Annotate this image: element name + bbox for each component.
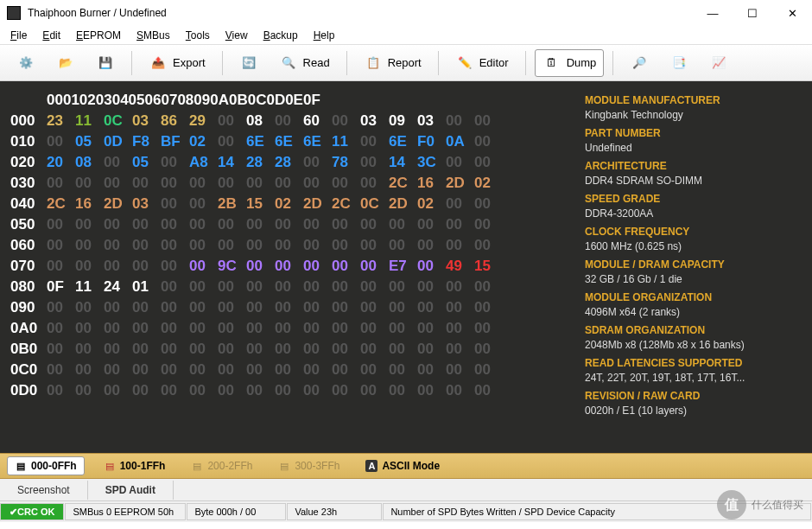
hex-byte[interactable]: 00 xyxy=(446,194,474,214)
hex-byte[interactable]: 00 xyxy=(75,360,104,380)
hex-byte[interactable]: 00 xyxy=(303,277,332,297)
hex-byte[interactable]: 05 xyxy=(132,152,161,173)
menu-eeprom[interactable]: EEPROM xyxy=(69,28,128,43)
hex-byte[interactable]: 00 xyxy=(275,277,303,297)
hex-byte[interactable]: 00 xyxy=(132,256,161,277)
hex-byte[interactable]: 00 xyxy=(360,256,389,277)
hex-byte[interactable]: 2C xyxy=(389,173,417,194)
hex-byte[interactable]: 24 xyxy=(104,277,132,297)
hex-byte[interactable]: 00 xyxy=(446,214,474,235)
hex-byte[interactable]: 00 xyxy=(132,235,161,256)
hex-byte[interactable]: 00 xyxy=(446,360,474,380)
hex-byte[interactable]: 00 xyxy=(246,214,275,235)
hex-byte[interactable]: 00 xyxy=(474,339,503,360)
hex-byte[interactable]: 00 xyxy=(161,152,189,173)
hex-byte[interactable]: 0A xyxy=(446,131,474,152)
maximize-button[interactable]: ☐ xyxy=(733,0,772,26)
tab-000-0ff[interactable]: ▤000-0FFh xyxy=(7,456,85,475)
hex-byte[interactable]: 08 xyxy=(75,152,104,173)
menu-file[interactable]: File xyxy=(3,28,34,43)
inspect-button[interactable]: 🔎 xyxy=(622,49,657,77)
hex-byte[interactable]: 00 xyxy=(161,235,189,256)
hex-byte[interactable]: 00 xyxy=(47,173,75,194)
hex-byte[interactable]: 00 xyxy=(189,256,218,277)
hex-byte[interactable]: 00 xyxy=(332,173,360,194)
hex-byte[interactable]: 00 xyxy=(303,318,332,339)
hex-byte[interactable]: 02 xyxy=(189,131,218,152)
hex-byte[interactable]: 00 xyxy=(104,173,132,194)
hex-byte[interactable]: 03 xyxy=(132,111,161,131)
hex-byte[interactable]: 00 xyxy=(446,111,474,131)
hex-byte[interactable]: 00 xyxy=(474,380,503,401)
hex-byte[interactable]: 00 xyxy=(303,380,332,401)
hex-byte[interactable]: 00 xyxy=(332,256,360,277)
hex-byte[interactable]: A8 xyxy=(189,152,218,173)
hex-byte[interactable]: 00 xyxy=(332,214,360,235)
gear-button[interactable]: ⚙️ xyxy=(9,49,43,77)
hex-byte[interactable]: 00 xyxy=(360,235,389,256)
hex-byte[interactable]: 00 xyxy=(47,360,75,380)
hex-byte[interactable]: 00 xyxy=(132,380,161,401)
hex-byte[interactable]: 6E xyxy=(303,131,332,152)
hex-byte[interactable]: 11 xyxy=(75,277,104,297)
hex-dump-pane[interactable]: 000102030405060708090A0B0C0D0E0F 0002311… xyxy=(0,81,574,453)
hex-byte[interactable]: 00 xyxy=(75,318,104,339)
hex-byte[interactable]: 00 xyxy=(218,297,246,318)
hex-byte[interactable]: 00 xyxy=(246,339,275,360)
tab-200-2ff[interactable]: ▤200-2FFh xyxy=(184,457,259,475)
hex-byte[interactable]: 14 xyxy=(389,152,417,173)
hex-byte[interactable]: 00 xyxy=(360,277,389,297)
hex-byte[interactable]: 00 xyxy=(161,194,189,214)
hex-byte[interactable]: 00 xyxy=(360,339,389,360)
hex-byte[interactable]: 00 xyxy=(104,360,132,380)
hex-byte[interactable]: 00 xyxy=(104,380,132,401)
hex-byte[interactable]: 29 xyxy=(189,111,218,131)
hex-byte[interactable]: 00 xyxy=(246,297,275,318)
hex-byte[interactable]: 00 xyxy=(104,339,132,360)
hex-byte[interactable]: 00 xyxy=(360,173,389,194)
hex-byte[interactable]: 00 xyxy=(218,111,246,131)
hex-byte[interactable]: 00 xyxy=(417,235,446,256)
hex-byte[interactable]: 23 xyxy=(47,111,75,131)
hex-byte[interactable]: 9C xyxy=(218,256,246,277)
close-button[interactable]: ✕ xyxy=(772,0,812,26)
copy-button[interactable]: 📑 xyxy=(662,49,696,77)
menu-smbus[interactable]: SMBus xyxy=(130,28,177,43)
hex-byte[interactable]: 00 xyxy=(474,360,503,380)
hex-byte[interactable]: 00 xyxy=(417,360,446,380)
hex-byte[interactable]: BF xyxy=(161,131,189,152)
hex-byte[interactable]: 00 xyxy=(360,360,389,380)
hex-byte[interactable]: 00 xyxy=(189,318,218,339)
refresh-button[interactable]: 🔄 xyxy=(232,49,266,77)
graph-button[interactable]: 📈 xyxy=(701,49,736,77)
hex-byte[interactable]: 00 xyxy=(189,214,218,235)
hex-byte[interactable]: 00 xyxy=(189,297,218,318)
hex-byte[interactable]: 00 xyxy=(417,380,446,401)
hex-byte[interactable]: 00 xyxy=(332,380,360,401)
hex-byte[interactable]: 2D xyxy=(104,194,132,214)
hex-byte[interactable]: 00 xyxy=(446,152,474,173)
hex-byte[interactable]: 00 xyxy=(474,214,503,235)
hex-byte[interactable]: 00 xyxy=(446,339,474,360)
hex-byte[interactable]: 0F xyxy=(47,277,75,297)
hex-byte[interactable]: 00 xyxy=(275,380,303,401)
hex-byte[interactable]: 00 xyxy=(417,256,446,277)
hex-byte[interactable]: 00 xyxy=(446,318,474,339)
hex-byte[interactable]: 2D xyxy=(446,173,474,194)
hex-byte[interactable]: 00 xyxy=(417,214,446,235)
hex-byte[interactable]: 20 xyxy=(47,152,75,173)
hex-byte[interactable]: 00 xyxy=(332,318,360,339)
hex-byte[interactable]: 00 xyxy=(474,277,503,297)
hex-byte[interactable]: 2B xyxy=(218,194,246,214)
hex-byte[interactable]: 00 xyxy=(104,214,132,235)
hex-byte[interactable]: 00 xyxy=(303,339,332,360)
hex-byte[interactable]: 09 xyxy=(389,111,417,131)
hex-byte[interactable]: 00 xyxy=(246,235,275,256)
hex-byte[interactable]: 00 xyxy=(246,360,275,380)
hex-byte[interactable]: 00 xyxy=(474,194,503,214)
hex-byte[interactable]: 00 xyxy=(303,360,332,380)
hex-byte[interactable]: 00 xyxy=(389,297,417,318)
hex-byte[interactable]: 05 xyxy=(75,131,104,152)
subtab-spd-audit[interactable]: SPD Audit xyxy=(88,481,174,500)
hex-byte[interactable]: 02 xyxy=(275,194,303,214)
